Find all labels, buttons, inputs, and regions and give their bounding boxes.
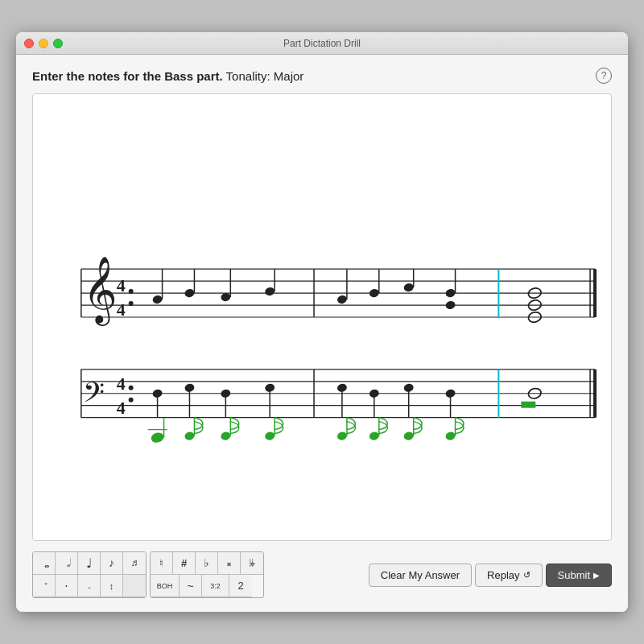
half-note-btn[interactable]: 𝅗𝅥 xyxy=(56,552,78,575)
instruction-bold: Enter the notes for the Bass part. xyxy=(32,69,223,83)
svg-text:𝄢: 𝄢 xyxy=(83,378,105,415)
svg-text:4: 4 xyxy=(117,374,126,394)
svg-point-36 xyxy=(264,287,275,297)
svg-point-72 xyxy=(220,431,231,441)
flat-btn[interactable]: ♭ xyxy=(196,552,218,575)
svg-text:4: 4 xyxy=(117,299,126,320)
svg-point-24 xyxy=(129,301,134,306)
music-score: 𝄞 4 4 𝄢 4 4 xyxy=(33,94,611,540)
svg-point-38 xyxy=(336,295,348,305)
svg-point-80 xyxy=(403,431,415,441)
replay-label: Replay xyxy=(487,569,519,581)
score-area[interactable]: 𝄞 4 4 𝄢 4 4 xyxy=(32,93,612,541)
natural-btn[interactable]: ♮ xyxy=(151,552,173,575)
replay-button[interactable]: Replay ↺ xyxy=(475,564,542,587)
boh-btn[interactable]: BOH xyxy=(151,575,180,597)
maximize-button[interactable] xyxy=(53,39,63,48)
empty-btn xyxy=(123,575,146,597)
duplet-btn[interactable]: 2 xyxy=(229,575,252,597)
rest-btn[interactable]: 𝄻 xyxy=(33,575,56,597)
svg-point-23 xyxy=(129,289,134,294)
sharp-btn[interactable]: # xyxy=(173,552,196,575)
clear-answer-button[interactable]: Clear My Answer xyxy=(369,564,472,587)
whole-note-btn[interactable]: 𝅝 xyxy=(33,552,56,575)
submit-label: Submit xyxy=(558,569,590,581)
svg-point-30 xyxy=(151,295,163,305)
instruction-bar: Enter the notes for the Bass part. Tonal… xyxy=(32,68,612,84)
dot-btn[interactable]: · xyxy=(56,575,78,597)
titlebar: Part Dictation Drill xyxy=(16,32,628,55)
minimize-button[interactable] xyxy=(39,39,48,48)
eighth-note-btn[interactable]: ♪ xyxy=(101,552,123,575)
svg-point-28 xyxy=(129,386,134,390)
instruction-text: Enter the notes for the Bass part. Tonal… xyxy=(32,69,303,83)
svg-point-82 xyxy=(444,431,456,441)
svg-point-67 xyxy=(150,431,165,444)
svg-rect-84 xyxy=(521,402,535,408)
svg-point-76 xyxy=(336,431,348,441)
double-dot-btn[interactable]: .. xyxy=(78,575,101,597)
svg-point-44 xyxy=(444,288,456,299)
svg-point-42 xyxy=(403,283,415,293)
flip-btn[interactable]: ↕ xyxy=(101,575,123,597)
help-button[interactable]: ? xyxy=(596,68,612,84)
svg-text:4: 4 xyxy=(117,275,126,295)
svg-point-29 xyxy=(129,398,134,402)
svg-point-78 xyxy=(369,431,380,441)
svg-text:𝄞: 𝄞 xyxy=(83,257,118,326)
tie-btn[interactable]: ~ xyxy=(180,575,202,597)
quarter-note-btn[interactable]: ♩ xyxy=(78,552,101,575)
svg-point-45 xyxy=(444,300,456,311)
replay-icon: ↺ xyxy=(523,570,530,580)
action-buttons: Clear My Answer Replay ↺ Submit ▶ xyxy=(369,564,612,587)
svg-point-40 xyxy=(369,288,380,299)
svg-point-32 xyxy=(184,288,195,299)
close-button[interactable] xyxy=(24,39,34,48)
triplet-btn[interactable]: 3:2 xyxy=(202,575,229,597)
window-title: Part Dictation Drill xyxy=(283,38,361,49)
main-content: Enter the notes for the Bass part. Tonal… xyxy=(16,55,628,612)
instruction-suffix: Tonality: Major xyxy=(223,69,304,83)
svg-point-74 xyxy=(264,431,275,441)
svg-point-70 xyxy=(184,431,195,441)
svg-text:4: 4 xyxy=(117,398,126,418)
submit-arrow-icon: ▶ xyxy=(593,571,600,580)
traffic-lights xyxy=(24,39,63,48)
double-sharp-btn[interactable]: 𝄪 xyxy=(218,552,241,575)
sixteenth-note-btn[interactable]: ♬ xyxy=(123,552,146,575)
submit-button[interactable]: Submit ▶ xyxy=(546,564,612,587)
toolbar: 𝅝 𝅗𝅥 ♩ ♪ ♬ 𝄻 · .. ↕ ♮ # xyxy=(32,551,612,599)
app-window: Part Dictation Drill Enter the notes for… xyxy=(16,32,628,612)
double-flat-btn[interactable]: 𝄫 xyxy=(241,552,263,575)
